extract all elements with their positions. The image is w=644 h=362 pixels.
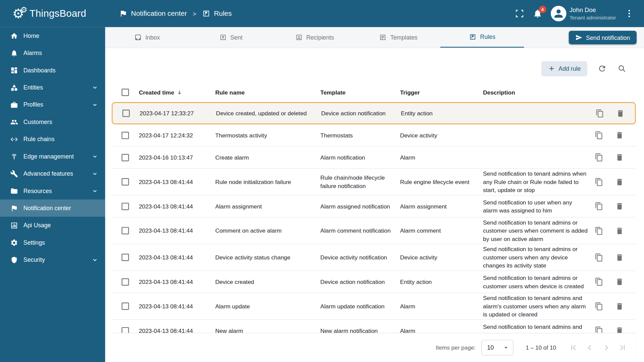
table-row[interactable]: 2023-04-17 12:33:27Device created, updat… xyxy=(112,102,636,124)
brand-logo[interactable]: ⚙ ⚙ ThingsBoard xyxy=(0,7,105,20)
sidebar-item-label: Home xyxy=(23,33,39,39)
send-icon xyxy=(575,34,582,41)
cell-template: Alarm notification xyxy=(320,153,400,162)
sidebar-item-api-usage[interactable]: Api Usage xyxy=(0,217,105,234)
fullscreen-button[interactable] xyxy=(512,6,527,21)
add-rule-button[interactable]: Add rule xyxy=(541,61,587,76)
sidebar-item-resources[interactable]: Resources xyxy=(0,182,105,199)
sidebar-item-advanced-features[interactable]: Advanced features xyxy=(0,165,105,182)
table-row[interactable]: 2023-04-13 08:41:44Alarm updateAlarm upd… xyxy=(112,293,636,320)
sort-desc-icon[interactable] xyxy=(176,89,183,96)
header-created-time[interactable]: Created time xyxy=(139,89,174,96)
row-actions xyxy=(595,109,637,118)
sidebar-item-notification-center[interactable]: Notification center xyxy=(0,199,105,217)
delete-rule-button[interactable] xyxy=(615,131,624,140)
notifications-button[interactable]: 4 xyxy=(530,6,545,21)
sidebar-item-settings[interactable]: Settings xyxy=(0,234,105,251)
row-actions xyxy=(594,226,636,235)
header-rule-name[interactable]: Rule name xyxy=(215,89,320,96)
row-checkbox[interactable] xyxy=(121,227,129,234)
sidebar-item-label: Customers xyxy=(23,119,52,125)
select-all-checkbox[interactable] xyxy=(121,88,129,96)
table-row[interactable]: 2023-04-13 08:41:44Device createdDevice … xyxy=(112,271,636,293)
copy-rule-button[interactable] xyxy=(595,202,603,210)
sidebar-item-home[interactable]: Home xyxy=(0,27,105,44)
cell-template: Device action notification xyxy=(320,277,400,287)
row-checkbox[interactable] xyxy=(121,131,129,139)
table-toolbar: Add rule xyxy=(105,48,644,77)
sidebar-item-rule-chains[interactable]: Rule chains xyxy=(0,130,105,147)
delete-rule-button[interactable] xyxy=(615,302,624,311)
cell-description: Send notification to tenant admins or cu… xyxy=(483,244,594,270)
tab-inbox[interactable]: Inbox xyxy=(105,27,189,48)
sidebar-item-label: Edge management xyxy=(23,153,74,160)
copy-rule-button[interactable] xyxy=(595,226,603,235)
copy-rule-button[interactable] xyxy=(596,109,604,118)
delete-rule-button[interactable] xyxy=(615,226,624,235)
top-header: ⚙ ⚙ ThingsBoard Notification center > Ru… xyxy=(0,0,644,27)
page-size-select[interactable]: 10 xyxy=(481,340,514,356)
row-checkbox[interactable] xyxy=(121,278,129,286)
previous-page-button[interactable] xyxy=(582,340,598,356)
table-row[interactable]: 2023-04-13 08:41:44Comment on active ala… xyxy=(112,218,636,244)
header-template[interactable]: Template xyxy=(320,89,400,96)
copy-rule-button[interactable] xyxy=(595,131,603,140)
send-notification-button[interactable]: Send notification xyxy=(569,31,637,44)
copy-rule-button[interactable] xyxy=(595,278,603,286)
chevron-down-icon xyxy=(91,170,99,177)
row-checkbox[interactable] xyxy=(121,178,129,185)
first-page-button[interactable] xyxy=(565,340,582,356)
tab-templates[interactable]: Templates xyxy=(357,27,440,48)
sidebar-item-edge-management[interactable]: Edge management xyxy=(0,148,105,165)
cell-trigger: Alarm comment xyxy=(400,226,483,235)
delete-rule-button[interactable] xyxy=(615,202,624,210)
tab-bar: InboxSentRecipientsTemplatesRules Send n… xyxy=(105,27,644,48)
sidebar-item-profiles[interactable]: Profiles xyxy=(0,96,105,113)
header-description[interactable]: Description xyxy=(483,89,594,96)
delete-rule-button[interactable] xyxy=(615,253,624,262)
breadcrumb-parent[interactable]: Notification center xyxy=(131,9,187,17)
header-trigger[interactable]: Trigger xyxy=(400,89,483,96)
sidebar-item-entities[interactable]: Entities xyxy=(0,79,105,96)
more-menu-button[interactable] xyxy=(622,6,637,21)
tab-recipients[interactable]: Recipients xyxy=(273,27,357,48)
table-row[interactable]: 2023-04-13 08:41:44Device activity statu… xyxy=(112,244,636,271)
sidebar-item-dashboards[interactable]: Dashboards xyxy=(0,62,105,79)
tab-rules[interactable]: Rules xyxy=(440,27,524,48)
header-actions: 4 John Doe Tenant administrator xyxy=(512,6,644,21)
table-row[interactable]: 2023-04-17 12:24:32Thermostats activityT… xyxy=(112,124,636,146)
search-button[interactable] xyxy=(613,60,630,77)
sidebar-item-customers[interactable]: Customers xyxy=(0,113,105,130)
tab-sent[interactable]: Sent xyxy=(189,27,273,48)
delete-rule-button[interactable] xyxy=(615,178,624,186)
sent-icon xyxy=(219,34,226,41)
copy-rule-button[interactable] xyxy=(595,153,603,162)
last-page-button[interactable] xyxy=(614,340,631,356)
row-checkbox[interactable] xyxy=(121,154,129,161)
table-row[interactable]: 2023-04-16 10:13:47Create alarmAlarm not… xyxy=(112,146,636,169)
delete-rule-button[interactable] xyxy=(615,278,624,286)
cell-created-time: 2023-04-13 08:41:44 xyxy=(139,177,215,187)
avatar[interactable] xyxy=(551,6,567,21)
next-page-button[interactable] xyxy=(598,340,614,356)
sidebar-item-alarms[interactable]: Alarms xyxy=(0,44,105,61)
refresh-button[interactable] xyxy=(594,60,610,77)
sidebar-item-security[interactable]: Security xyxy=(0,251,105,268)
cell-created-time: 2023-04-13 08:41:44 xyxy=(139,301,215,311)
copy-rule-button[interactable] xyxy=(595,302,603,311)
notification-badge: 4 xyxy=(539,6,546,13)
chevron-down-icon xyxy=(91,84,99,91)
row-checkbox[interactable] xyxy=(121,302,129,310)
rules-icon xyxy=(469,33,476,41)
edge-management-icon xyxy=(10,153,18,160)
delete-rule-button[interactable] xyxy=(616,109,625,118)
table-row[interactable]: 2023-04-13 08:41:44Rule node initializat… xyxy=(112,169,636,195)
table-row[interactable]: 2023-04-13 08:41:44Alarm assignmentAlarm… xyxy=(112,195,636,218)
delete-rule-button[interactable] xyxy=(615,153,624,162)
copy-rule-button[interactable] xyxy=(595,178,603,186)
row-checkbox[interactable] xyxy=(121,202,129,210)
row-checkbox[interactable] xyxy=(122,110,130,117)
settings-icon xyxy=(10,239,18,246)
row-checkbox[interactable] xyxy=(121,254,129,261)
copy-rule-button[interactable] xyxy=(595,253,603,262)
